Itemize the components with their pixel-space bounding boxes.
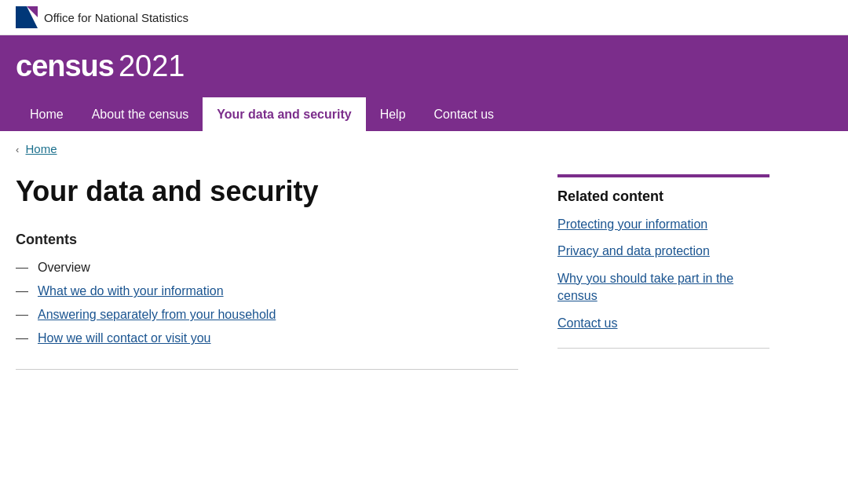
chevron-left-icon: ‹ — [16, 144, 19, 155]
related-link-privacy[interactable]: Privacy and data protection — [557, 243, 769, 260]
related-item-protecting[interactable]: Protecting your information — [557, 216, 769, 233]
nav-link-about[interactable]: About the census — [78, 100, 203, 131]
ons-header-bar: Office for National Statistics — [0, 0, 848, 35]
nav-item-about[interactable]: About the census — [78, 100, 203, 131]
related-link-protecting[interactable]: Protecting your information — [557, 216, 769, 233]
contents-item-answering[interactable]: — Answering separately from your househo… — [16, 308, 518, 322]
census-year: 2021 — [119, 49, 185, 83]
dash-icon-4: — — [16, 331, 28, 345]
dash-icon-3: — — [16, 308, 28, 322]
contents-overview-label: Overview — [38, 261, 90, 275]
related-link-contact[interactable]: Contact us — [557, 315, 769, 332]
nav-link-home[interactable]: Home — [16, 100, 78, 131]
page-title: Your data and security — [16, 174, 518, 208]
related-content-heading: Related content — [557, 188, 769, 205]
contents-item-what-we-do[interactable]: — What we do with your information — [16, 284, 518, 298]
dash-icon-1: — — [16, 261, 28, 275]
nav-item-home[interactable]: Home — [16, 100, 78, 131]
census-logo: census 2021 — [16, 49, 832, 83]
nav-item-your-data[interactable]: Your data and security — [203, 97, 365, 131]
nav-link-your-data[interactable]: Your data and security — [203, 97, 365, 131]
related-divider — [557, 348, 769, 349]
sidebar: Related content Protecting your informat… — [550, 174, 769, 370]
breadcrumb-home-link[interactable]: Home — [26, 142, 57, 155]
main-nav: Home About the census Your data and secu… — [16, 97, 832, 131]
related-bar-accent — [557, 174, 769, 177]
main-layout: Your data and security Contents — Overvi… — [0, 166, 848, 401]
nav-item-contact[interactable]: Contact us — [420, 100, 508, 131]
contents-link-what-we-do[interactable]: What we do with your information — [38, 284, 224, 298]
contents-heading: Contents — [16, 232, 518, 248]
nav-item-help[interactable]: Help — [366, 100, 420, 131]
related-item-privacy[interactable]: Privacy and data protection — [557, 243, 769, 260]
contents-link-contact[interactable]: How we will contact or visit you — [38, 331, 211, 345]
related-link-why[interactable]: Why you should take part in the census — [557, 270, 769, 305]
content-divider — [16, 369, 518, 370]
contents-link-answering[interactable]: Answering separately from your household — [38, 308, 276, 322]
contents-item-overview: — Overview — [16, 261, 518, 275]
census-brand: census — [16, 49, 114, 83]
ons-logo-icon — [16, 6, 38, 28]
org-name-text: Office for National Statistics — [44, 11, 188, 24]
main-content: Your data and security Contents — Overvi… — [16, 174, 550, 370]
related-item-contact[interactable]: Contact us — [557, 315, 769, 332]
related-item-why[interactable]: Why you should take part in the census — [557, 270, 769, 305]
nav-link-contact[interactable]: Contact us — [420, 100, 508, 131]
nav-banner: census 2021 Home About the census Your d… — [0, 35, 848, 131]
contents-item-contact[interactable]: — How we will contact or visit you — [16, 331, 518, 345]
dash-icon-2: — — [16, 284, 28, 298]
ons-logo[interactable]: Office for National Statistics — [16, 6, 188, 28]
contents-list: — Overview — What we do with your inform… — [16, 261, 518, 345]
related-list: Protecting your information Privacy and … — [557, 216, 769, 332]
breadcrumb: ‹ Home — [0, 131, 848, 166]
nav-link-help[interactable]: Help — [366, 100, 420, 131]
